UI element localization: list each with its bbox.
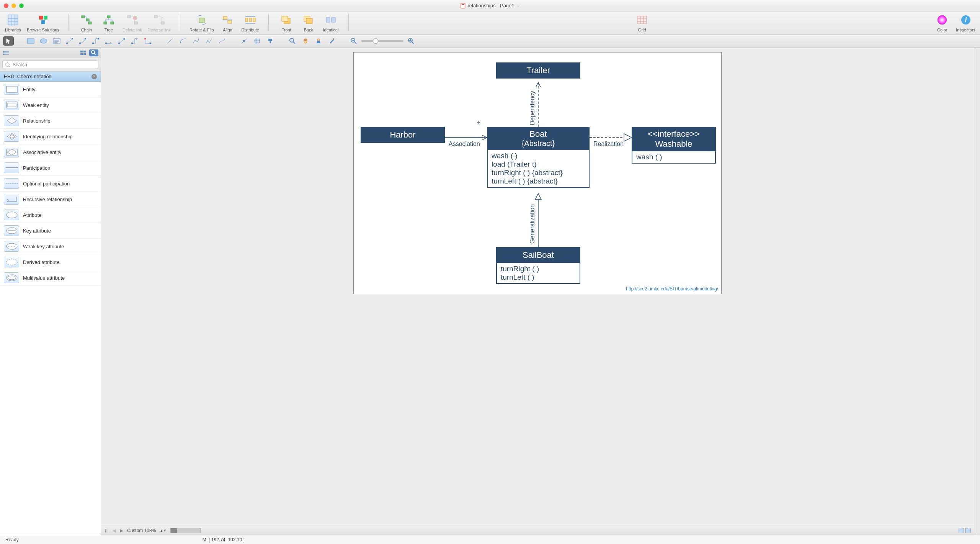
pager-handle-icon[interactable]: ⫼ [104, 528, 109, 533]
zoom-out-button[interactable] [348, 36, 359, 46]
shape-label: Optional participation [23, 181, 70, 187]
back-label: Back [304, 28, 313, 32]
text-tool[interactable] [51, 36, 62, 46]
shape-item[interactable]: Associative entity [0, 144, 101, 160]
svg-rect-66 [7, 149, 17, 155]
front-button[interactable]: Front [278, 14, 295, 32]
zoom-label[interactable]: Custom 108% [127, 528, 156, 533]
edit-points-tool[interactable] [239, 36, 250, 46]
rect-tool[interactable] [25, 36, 36, 46]
uml-washable-body: wash ( ) [632, 151, 715, 163]
window-minimize-button[interactable] [11, 3, 16, 8]
view-mode-icon[interactable] [959, 528, 971, 533]
pointer-tool[interactable] [3, 36, 14, 46]
uml-harbor[interactable]: Harbor [361, 127, 445, 143]
category-close-icon[interactable]: × [91, 74, 97, 79]
distribute-button[interactable]: Distribute [241, 14, 259, 32]
spline-tool[interactable] [191, 36, 201, 46]
zoom-dropdown-icon[interactable]: ▲▼ [160, 529, 167, 533]
libraries-button[interactable]: Libraries [5, 14, 21, 32]
svg-rect-48 [255, 39, 260, 43]
color-button[interactable]: Color [934, 14, 951, 32]
shape-thumb-icon [4, 210, 19, 220]
format-painter-tool[interactable] [265, 36, 276, 46]
connector-2-tool[interactable] [77, 36, 88, 46]
libraries-label: Libraries [5, 28, 21, 32]
uml-trailer[interactable]: Trailer [496, 62, 580, 79]
snap-tool[interactable] [313, 36, 324, 46]
uml-washable[interactable]: <<interface>> Washable wash ( ) [632, 127, 716, 164]
browse-solutions-button[interactable]: Browse Solutions [27, 14, 59, 32]
canvas-viewport[interactable]: Trailer Harbor Boat {Abstract} wash ( )l… [101, 48, 974, 526]
hand-tool[interactable] [300, 36, 311, 46]
uml-boat[interactable]: Boat {Abstract} wash ( )load (Trailer t)… [487, 127, 590, 188]
polyline-tool[interactable] [204, 36, 214, 46]
shape-item[interactable]: Weak entity [0, 97, 101, 113]
rotate-flip-button[interactable]: Rotate & Flip [189, 14, 214, 32]
page-prev-icon[interactable]: ◀ [113, 528, 116, 533]
zoom-in-button[interactable] [406, 36, 416, 46]
shape-item[interactable]: Attribute [0, 207, 101, 223]
connector-7-tool[interactable] [142, 36, 153, 46]
shape-item[interactable]: Key attribute [0, 223, 101, 239]
dependency-label: Dependency [529, 91, 536, 125]
bezier-tool[interactable] [217, 36, 227, 46]
source-link[interactable]: http://sce2.umkc.edu/BIT/burrise/pl/mode… [626, 286, 718, 292]
shape-item[interactable]: Optional participation [0, 176, 101, 192]
sidebar-list-icon[interactable] [2, 49, 10, 56]
svg-rect-59 [83, 51, 86, 52]
zoom-tool[interactable] [287, 36, 298, 46]
svg-rect-47 [243, 40, 245, 42]
line-tool[interactable] [165, 36, 175, 46]
svg-rect-20 [253, 18, 255, 22]
connector-4-tool[interactable] [103, 36, 114, 46]
zoom-slider[interactable] [361, 40, 403, 42]
delete-link-button[interactable]: Delete link [122, 14, 142, 32]
identical-button[interactable]: Identical [322, 14, 339, 32]
sidebar-header [0, 48, 101, 58]
ellipse-tool[interactable] [38, 36, 49, 46]
reverse-link-button[interactable]: Reverse link [147, 14, 171, 32]
shape-label: Relationship [23, 118, 51, 124]
sidebar-search-icon[interactable] [89, 49, 98, 56]
canvas[interactable]: Trailer Harbor Boat {Abstract} wash ( )l… [353, 52, 722, 294]
back-button[interactable]: Back [300, 14, 317, 32]
shape-item[interactable]: Entity [0, 82, 101, 97]
arc-tool[interactable] [178, 36, 188, 46]
search-input[interactable] [2, 61, 98, 69]
connector-1-tool[interactable] [64, 36, 75, 46]
chain-button[interactable]: Chain [78, 14, 95, 32]
svg-rect-6 [88, 22, 91, 24]
svg-point-33 [40, 39, 47, 43]
shape-item[interactable]: Relationship [0, 113, 101, 129]
category-header[interactable]: ERD, Chen's notation × [0, 72, 101, 82]
connector-6-tool[interactable] [129, 36, 140, 46]
shape-item[interactable]: Participation [0, 160, 101, 176]
tree-button[interactable]: Tree [100, 14, 117, 32]
status-ready: Ready [5, 537, 19, 542]
page-next-icon[interactable]: ▶ [120, 528, 123, 533]
hscroll[interactable] [170, 528, 201, 533]
front-label: Front [281, 28, 291, 32]
crop-tool[interactable] [252, 36, 263, 46]
sidebar-grid-icon[interactable] [79, 49, 87, 56]
shape-item[interactable]: Weak key attribute [0, 239, 101, 254]
shape-item[interactable]: Multivalue attribute [0, 270, 101, 286]
connector-3-tool[interactable] [90, 36, 101, 46]
uml-sailboat[interactable]: SailBoat turnRight ( )turnLeft ( ) [496, 247, 580, 284]
bottom-bar: ⫼ ◀ ▶ Custom 108% ▲▼ [101, 526, 974, 535]
connector-5-tool[interactable] [116, 36, 127, 46]
uml-washable-stereo: <<interface>> [636, 129, 711, 139]
eyedropper-tool[interactable] [326, 36, 337, 46]
vertical-scrollbar[interactable] [974, 48, 980, 535]
window-close-button[interactable] [4, 3, 8, 8]
align-button[interactable]: Align [219, 14, 236, 32]
shape-thumb-icon [4, 162, 19, 173]
chevron-down-icon[interactable]: ⌵ [517, 3, 519, 8]
window-maximize-button[interactable] [19, 3, 24, 8]
shape-item[interactable]: Recursive relationship [0, 192, 101, 207]
grid-button[interactable]: Grid [634, 14, 650, 32]
inspectors-button[interactable]: i Inspectors [956, 14, 975, 32]
shape-item[interactable]: Derived attribute [0, 254, 101, 270]
shape-item[interactable]: Identifying relationship [0, 129, 101, 144]
